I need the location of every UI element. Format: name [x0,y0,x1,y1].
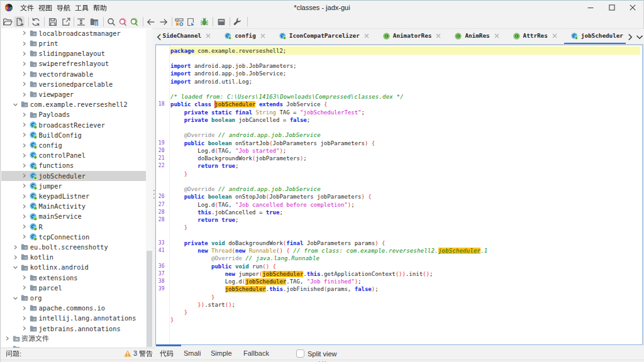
chevron-right-icon[interactable] [21,285,27,290]
quark-report-button[interactable] [186,16,196,27]
chevron-right-icon[interactable] [21,92,27,97]
tab-close-icon[interactable] [494,33,499,38]
chevron-right-icon[interactable] [21,41,27,47]
tree-item-com-example-reverseshell2[interactable]: com.example.reverseshell2 [1,99,152,109]
tab-close-icon[interactable] [552,33,557,38]
open-file-button[interactable] [3,16,13,27]
minimize-button[interactable] [580,1,602,14]
chevron-right-icon[interactable] [21,275,27,280]
tree-item-intellij-lang-annotations[interactable]: intellij.lang.annotations [1,313,152,323]
chevron-right-icon[interactable] [21,122,27,128]
tree-item-functions[interactable]: functions [1,160,152,170]
editor-tab-SideChannel[interactable]: SideChannel [162,29,218,43]
chevron-down-icon[interactable] [13,265,18,270]
tree-item-controlPanel[interactable]: controlPanel [1,150,152,160]
sync-with-editor-toggle[interactable] [89,16,100,27]
text-search-button[interactable] [106,16,117,27]
chevron-right-icon[interactable] [21,194,27,199]
code-view-tab-fallback[interactable]: Fallback [243,349,269,358]
tree-item-vectordrawable[interactable]: vectordrawable [1,69,152,79]
comment-search-button[interactable] [129,16,140,27]
tree-item-broadcastReciever[interactable]: broadcastReciever [1,120,152,130]
tree-item-config[interactable]: config [1,140,152,150]
chevron-right-icon[interactable] [13,255,18,260]
chevron-right-icon[interactable] [21,153,27,158]
tree-item-tcpConnection[interactable]: tcpConnection [1,232,152,242]
chevron-right-icon[interactable] [21,204,27,209]
tree-item-Payloads[interactable]: Payloads [1,109,152,119]
code-view-tab-smali[interactable]: Smali [184,349,201,358]
editor-tab-AnimatorRes[interactable]: AnimatorRes [376,29,448,43]
chevron-right-icon[interactable] [13,244,18,250]
tree-item--[interactable] [1,334,152,344]
chevron-right-icon[interactable] [21,326,27,331]
chevron-right-icon[interactable] [21,81,27,87]
tree-item-slidingpanelayout[interactable]: slidingpanelayout [1,48,152,58]
editor-tab-AttrRes[interactable]: AttrRes [506,29,564,43]
chevron-right-icon[interactable] [21,214,27,219]
tree-item-localbroadcastmanager[interactable]: localbroadcastmanager [1,28,152,38]
tree-item-jetbrains-annotations[interactable]: jetbrains.annotations [1,324,152,334]
chevron-right-icon[interactable] [21,224,27,229]
code-view-tab-simple[interactable]: Simple [211,349,232,358]
tree-item-BuildConfig[interactable]: BuildConfig [1,130,152,140]
editor-tab-IconCompatParcelizer[interactable]: IconCompatParcelizer [272,29,376,43]
tab-close-icon[interactable] [364,33,369,38]
tree-item-swiperefreshlayout[interactable]: swiperefreshlayout [1,58,152,69]
chevron-right-icon[interactable] [21,51,27,57]
chevron-right-icon[interactable] [21,132,27,138]
deobfuscation-toggle[interactable] [174,16,185,27]
tabs-scroll-right-button[interactable] [626,32,633,40]
chevron-right-icon[interactable] [21,183,27,189]
nav-forward-button[interactable] [158,16,169,27]
tabs-list-button[interactable] [636,32,643,40]
export-button[interactable] [61,16,72,27]
close-button[interactable] [623,1,644,14]
tree-item-extensions[interactable]: extensions [1,273,152,283]
editor-tab-jobScheduler[interactable]: jobScheduler [564,29,626,43]
tab-close-icon[interactable] [436,33,441,38]
tab-close-icon[interactable] [206,33,211,38]
tree-item-keypadListner[interactable]: keypadListner [1,191,152,201]
tree-item-kotlinx-android[interactable]: kotlinx.android [1,262,152,272]
chevron-right-icon[interactable] [21,305,27,311]
tree-item-versionedparcelable[interactable]: versionedparcelable [1,79,152,89]
tree-item-eu-bolt-screenshotty[interactable]: eu.bolt.screenshotty [1,242,152,252]
warnings-indicator[interactable]: 3 [124,349,153,357]
preferences-button[interactable] [232,16,243,27]
chevron-right-icon[interactable] [21,315,27,321]
nav-back-button[interactable] [146,16,157,27]
save-all-button[interactable] [48,16,58,27]
editor-tab-AnimRes[interactable]: AnimRes [448,29,506,43]
debugger-button[interactable] [199,16,210,27]
tree-item-MainActivity[interactable]: MainActivity [1,201,152,211]
chevron-right-icon[interactable] [21,30,27,36]
tree-item-kotlin[interactable]: kotlin [1,252,152,262]
log-viewer-button[interactable] [216,16,227,27]
code-view-tab-code[interactable] [160,349,174,358]
tree-item-R[interactable]: R [1,222,152,232]
chevron-right-icon[interactable] [21,112,27,118]
editor-tab-config[interactable]: config [218,29,272,43]
tree-item-parcel[interactable]: parcel [1,283,152,293]
tree-item-jobScheduler[interactable]: jobScheduler [1,171,152,181]
chevron-down-icon[interactable] [13,295,18,301]
chevron-right-icon[interactable] [21,61,27,67]
chevron-right-icon[interactable] [21,234,27,239]
tree-item-print[interactable]: print [1,38,152,48]
chevron-right-icon[interactable] [21,143,27,148]
tree-item-mainService[interactable]: mainService [1,211,152,221]
reload-button[interactable] [31,16,42,27]
maximize-button[interactable] [601,1,623,14]
chevron-right-icon[interactable] [21,71,27,77]
tree-item-org[interactable]: org [1,293,152,303]
tree-item-jumper[interactable]: jumper [1,181,152,191]
tab-close-icon[interactable] [260,33,265,38]
chevron-right-icon[interactable] [4,336,10,341]
tree-item-viewpager[interactable]: viewpager [1,89,152,99]
chevron-down-icon[interactable] [13,102,18,107]
flatten-packages-toggle[interactable] [76,16,87,27]
class-search-button[interactable] [117,16,128,27]
chevron-right-icon[interactable] [21,173,27,178]
add-files-button[interactable] [14,16,25,27]
